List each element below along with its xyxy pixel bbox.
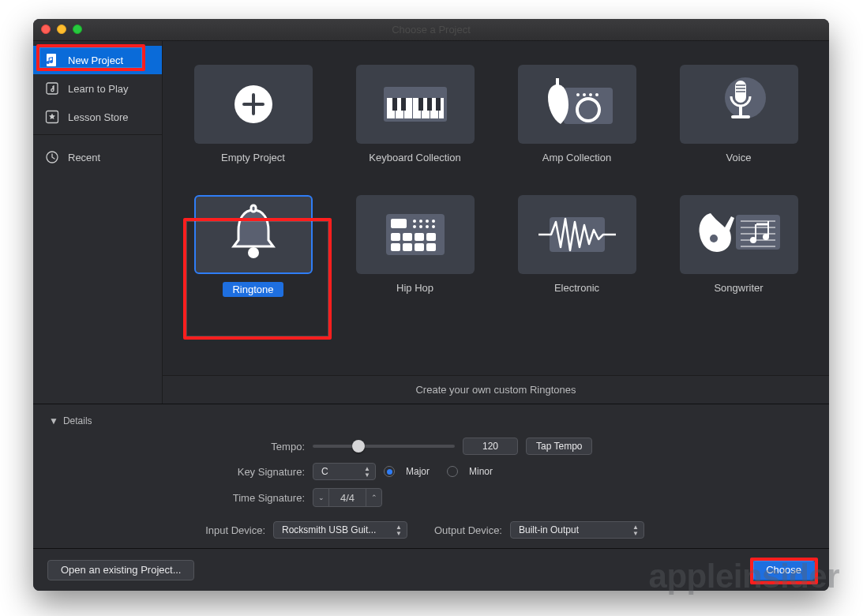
template-electronic[interactable]: Electronic xyxy=(505,195,648,297)
output-device-value: Built-in Output xyxy=(519,524,579,535)
svg-rect-0 xyxy=(47,54,56,66)
template-empty-project[interactable]: Empty Project xyxy=(182,65,325,163)
svg-point-40 xyxy=(432,225,435,228)
music-document-icon xyxy=(44,52,60,68)
svg-point-36 xyxy=(432,220,435,223)
stepper-down-icon[interactable]: ⌄ xyxy=(313,489,329,506)
template-songwriter[interactable]: Songwriter xyxy=(667,195,810,297)
keyboard-icon xyxy=(376,79,455,130)
template-thumb xyxy=(518,65,636,144)
sidebar-item-learn-to-play[interactable]: Learn to Play xyxy=(33,74,162,103)
template-grid: Empty Project Keyboard Collection xyxy=(182,65,810,297)
tempo-slider-knob[interactable] xyxy=(352,440,365,453)
svg-point-38 xyxy=(419,225,422,228)
amp-icon xyxy=(534,77,621,132)
svg-rect-24 xyxy=(556,78,559,91)
template-label: Hip Hop xyxy=(396,282,433,294)
svg-point-21 xyxy=(583,93,586,96)
svg-rect-41 xyxy=(391,233,400,241)
row-time: Time Signature: ⌄ 4/4 ⌃ xyxy=(123,488,739,507)
template-label: Voice xyxy=(726,152,752,163)
template-label: Electronic xyxy=(554,282,599,294)
major-radio[interactable] xyxy=(384,466,395,477)
details-grid: Tempo: 120 Tap Tempo Key Signature: C ▲▼… xyxy=(123,438,739,539)
svg-rect-14 xyxy=(401,98,406,111)
sidebar-item-label: Learn to Play xyxy=(68,83,129,95)
open-existing-label: Open an existing Project... xyxy=(61,564,181,576)
svg-rect-45 xyxy=(391,243,400,251)
tempo-value-field[interactable]: 120 xyxy=(463,438,518,455)
guitar-notes-icon xyxy=(692,207,786,262)
microphone-icon xyxy=(707,73,771,136)
template-thumb xyxy=(194,65,313,144)
row-tempo: Tempo: 120 Tap Tempo xyxy=(123,438,739,455)
time-signature-stepper[interactable]: ⌄ 4/4 ⌃ xyxy=(313,488,382,507)
template-amp-collection[interactable]: Amp Collection xyxy=(505,65,648,163)
svg-rect-46 xyxy=(403,243,412,251)
template-description: Create your own custom Ringtones xyxy=(163,375,829,404)
svg-rect-30 xyxy=(251,205,256,212)
zoom-window-button[interactable] xyxy=(73,24,82,34)
row-key: Key Signature: C ▲▼ Major Minor xyxy=(123,463,739,480)
input-device-value: Rocksmith USB Guit... xyxy=(282,524,376,535)
template-label: Keyboard Collection xyxy=(369,152,460,163)
stepper-up-icon[interactable]: ⌃ xyxy=(366,489,381,506)
details-disclosure[interactable]: ▼ Details xyxy=(49,415,813,426)
tap-tempo-button[interactable]: Tap Tempo xyxy=(526,438,592,455)
drum-machine-icon xyxy=(380,209,451,260)
minor-radio-label: Minor xyxy=(469,466,493,477)
svg-rect-13 xyxy=(392,98,397,111)
plus-circle-icon xyxy=(228,79,279,130)
input-device-select[interactable]: Rocksmith USB Guit... ▲▼ xyxy=(273,521,407,539)
svg-rect-32 xyxy=(391,219,407,228)
sidebar-item-lesson-store[interactable]: Lesson Store xyxy=(33,103,162,131)
window-title: Choose a Project xyxy=(392,24,471,36)
sidebar-main-section: New Project Learn to Play Lesson Store xyxy=(33,41,162,131)
minor-radio[interactable] xyxy=(447,466,458,477)
svg-rect-18 xyxy=(564,88,613,124)
tempo-label: Tempo: xyxy=(123,441,305,453)
template-thumb xyxy=(356,65,475,144)
svg-point-60 xyxy=(710,235,718,242)
template-keyboard-collection[interactable]: Keyboard Collection xyxy=(343,65,486,163)
sidebar-item-new-project[interactable]: New Project xyxy=(33,46,162,74)
template-thumb xyxy=(680,195,798,274)
close-window-button[interactable] xyxy=(41,24,51,34)
key-signature-select[interactable]: C ▲▼ xyxy=(313,463,376,480)
minimize-window-button[interactable] xyxy=(57,24,66,34)
clock-icon xyxy=(44,149,60,165)
svg-rect-28 xyxy=(731,115,750,118)
disclosure-triangle-icon: ▼ xyxy=(49,415,58,426)
svg-rect-48 xyxy=(426,243,436,251)
template-thumb xyxy=(356,195,475,274)
sidebar-item-label: Recent xyxy=(68,152,100,163)
window-body: New Project Learn to Play Lesson Store xyxy=(33,41,829,591)
updown-arrows-icon: ▲▼ xyxy=(396,524,402,537)
open-existing-project-button[interactable]: Open an existing Project... xyxy=(47,560,194,580)
template-label: Amp Collection xyxy=(542,152,611,163)
sidebar-divider xyxy=(33,134,162,135)
key-label: Key Signature: xyxy=(123,466,305,478)
output-device-select[interactable]: Built-in Output ▲▼ xyxy=(510,521,644,539)
output-device-label: Output Device: xyxy=(415,524,502,536)
tempo-value: 120 xyxy=(482,441,498,452)
tempo-slider[interactable] xyxy=(313,445,455,448)
template-label: Songwriter xyxy=(714,282,763,294)
svg-rect-57 xyxy=(755,224,756,240)
time-label: Time Signature: xyxy=(123,492,305,504)
template-grid-area: Empty Project Keyboard Collection xyxy=(163,41,829,375)
template-ringtone[interactable]: Ringtone xyxy=(182,195,325,297)
svg-rect-42 xyxy=(403,233,412,241)
template-hip-hop[interactable]: Hip Hop xyxy=(343,195,486,297)
svg-rect-15 xyxy=(418,98,423,111)
tap-tempo-label: Tap Tempo xyxy=(536,441,582,452)
svg-rect-17 xyxy=(436,98,441,111)
svg-rect-27 xyxy=(739,106,742,115)
star-icon xyxy=(44,109,60,125)
svg-point-34 xyxy=(419,220,422,223)
template-voice[interactable]: Voice xyxy=(667,65,810,163)
svg-point-22 xyxy=(589,93,592,96)
sidebar-item-label: New Project xyxy=(68,54,123,66)
sidebar-item-recent[interactable]: Recent xyxy=(33,143,162,171)
window-titlebar: Choose a Project xyxy=(33,19,829,41)
